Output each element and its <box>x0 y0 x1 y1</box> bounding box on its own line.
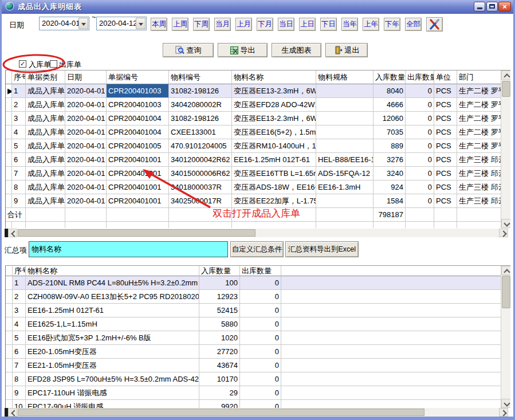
table-cell: 成品入库单 <box>26 167 65 180</box>
range-button[interactable]: 下月 <box>257 18 273 31</box>
scroll-up-icon[interactable] <box>501 266 510 275</box>
export-button[interactable]: 导出 <box>218 43 268 57</box>
table-cell: 9 <box>12 194 26 208</box>
summary-table-vertical-scrollbar[interactable] <box>501 266 510 408</box>
maximize-button[interactable] <box>486 2 498 11</box>
summary-table: 序号物料名称入库数量出库数量1ADS-210NL RM8 PC44 L=80uH… <box>5 265 510 408</box>
row-selector <box>6 167 12 180</box>
chevron-down-icon[interactable] <box>136 18 146 29</box>
summary-field-input[interactable] <box>29 241 228 257</box>
table-cell: 470.9101204005 <box>169 139 232 153</box>
scroll-left-icon[interactable] <box>8 408 17 417</box>
table-row[interactable]: 6EE20-1.05mH变压器277200 <box>6 345 501 359</box>
empty-cell <box>457 222 501 228</box>
range-button[interactable]: 上月 <box>235 18 252 31</box>
outbound-checkbox[interactable] <box>50 60 57 68</box>
scroll-down-icon[interactable] <box>501 399 510 408</box>
table-cell: 成品入库单 <box>26 180 65 194</box>
table-cell: 0 <box>240 331 281 345</box>
empty-cell <box>107 222 169 228</box>
table-cell: 变压器ADS-18W，EE16++ <box>232 180 316 194</box>
table-row[interactable]: 6成品入库单2020-04-01CPR20040100134012000042R… <box>6 153 501 167</box>
column-header <box>281 266 501 276</box>
scrollbar-thumb[interactable] <box>502 81 510 97</box>
table-cell: 4 <box>13 317 26 331</box>
scroll-left-icon[interactable] <box>8 229 17 237</box>
range-button[interactable]: 本周 <box>151 18 167 31</box>
date-to-combobox[interactable]: 2020-04-12 <box>96 17 147 30</box>
range-button[interactable]: 下周 <box>193 18 210 31</box>
inbound-checkbox[interactable]: ✓ <box>19 60 26 68</box>
table-cell: 889 <box>374 139 406 153</box>
table-cell: PCS <box>434 98 457 112</box>
range-button[interactable]: 当月 <box>214 18 231 31</box>
table-cell: HEL-B88/EE16-12 <box>316 153 374 167</box>
table-cell: 生产三楼 邱云 <box>457 153 501 167</box>
chevron-down-icon[interactable] <box>78 18 88 29</box>
range-button[interactable]: 当年 <box>341 18 358 31</box>
generate-chart-button[interactable]: 生成图表 <box>272 43 321 57</box>
table-cell: 12923 <box>199 290 240 304</box>
scroll-down-icon[interactable] <box>501 219 510 228</box>
exit-button-label: 退出 <box>345 45 360 56</box>
column-header: 物料规格 <box>316 70 374 84</box>
detail-table-horizontal-scrollbar[interactable] <box>5 229 508 237</box>
table-row[interactable]: 7成品入库单2020-04-01CPR20040100134015000006R… <box>6 167 501 180</box>
table-row[interactable]: 7EE21-1.05mH变压器436740 <box>6 359 501 372</box>
table-cell: 0 <box>406 112 434 125</box>
table-cell: 0 <box>240 290 281 304</box>
table-cell: 52415 <box>199 304 240 317</box>
table-row[interactable]: 9成品入库单2020-04-01CPR20040100134025000017R… <box>6 194 501 208</box>
query-button[interactable]: 查询 <box>163 43 214 57</box>
scroll-right-icon[interactable] <box>499 229 508 237</box>
table-cell: 成品入库单 <box>26 139 65 153</box>
summary-export-excel-button[interactable]: 汇总资料导出到Excel <box>285 241 359 257</box>
range-button[interactable]: 全部 <box>405 18 422 31</box>
date-label: 日期 <box>9 20 24 30</box>
table-row[interactable]: 9EPC17-110uH 谐振电感290 <box>6 386 501 400</box>
table-row[interactable]: 3成品入库单2020-04-01CPR20040100431082-198126… <box>6 112 501 125</box>
table-row[interactable]: 3EE16-1.25mH 012T-61524150 <box>6 304 501 317</box>
table-cell: 2020-04-01 <box>65 194 107 208</box>
exit-button[interactable]: 退出 <box>325 43 368 57</box>
table-row[interactable]: 5EE16卧式加宽5+3P 1.2mH+/-6% B版10200 <box>6 331 501 345</box>
row-selector <box>6 359 13 372</box>
table-cell: 0 <box>240 317 281 331</box>
table-row[interactable]: 4EE1625-1,L=1.15mH58800 <box>6 317 501 331</box>
close-button[interactable]: × <box>498 2 511 11</box>
scrollbar-thumb[interactable] <box>502 276 510 308</box>
table-cell: CXEE133001 <box>169 125 232 139</box>
table-row[interactable]: 8EFD28 JSP95 L=700uH±5% H=3.5±0.2mm ADS-… <box>6 372 501 386</box>
table-cell: 成品入库单 <box>26 84 65 98</box>
date-tools-button[interactable] <box>426 17 443 32</box>
range-button[interactable]: 当日 <box>278 18 294 31</box>
table-row[interactable]: 1ADS-210NL RM8 PC44 L=80uH±5% H=3.2±0.2m… <box>6 276 501 290</box>
row-selector <box>6 276 13 290</box>
table-cell: 5 <box>13 331 26 345</box>
table-row[interactable]: ▶1成品入库单2020-04-01CPR20040100331082-19812… <box>6 84 501 98</box>
table-cell: 生产二楼 罗平 <box>457 98 501 112</box>
table-row[interactable]: 5成品入库单2020-04-01CPR200401005470.91012040… <box>6 139 501 153</box>
custom-summary-button[interactable]: 自定义汇总条件 <box>230 241 284 257</box>
scroll-right-icon[interactable] <box>499 408 508 417</box>
summary-table-horizontal-scrollbar[interactable] <box>5 408 508 417</box>
table-row[interactable]: 2CZH008W-09V-A0 EE13加长5+2 PC95 RD2018020… <box>6 290 501 304</box>
detail-table-vertical-scrollbar[interactable] <box>501 70 510 228</box>
table-row[interactable]: 2成品入库单2020-04-01CPR20040100334042080002R… <box>6 98 501 112</box>
table-row[interactable]: 4成品入库单2020-04-01CPR200401004CXEE133001变压… <box>6 125 501 139</box>
range-button[interactable]: 下年 <box>384 18 400 31</box>
total-cell <box>316 208 374 222</box>
table-row[interactable]: 10EPC17-90uH 谐振电感99200 <box>6 400 501 408</box>
table-row[interactable]: 8成品入库单2020-04-01CPR20040100134018000037R… <box>6 180 501 194</box>
scroll-up-icon[interactable] <box>501 70 510 80</box>
table-cell: 34012000042R62 <box>169 153 232 167</box>
date-from-combobox[interactable]: 2020-04-01 <box>39 17 89 30</box>
range-button[interactable]: 上日 <box>299 18 316 31</box>
range-button[interactable]: 上周 <box>172 18 188 31</box>
table-cell: 生产二楼 罗平 <box>457 112 501 125</box>
range-button[interactable]: 下日 <box>320 18 337 31</box>
scrollbar-thumb[interactable] <box>18 229 255 237</box>
scrollbar-thumb[interactable] <box>18 409 424 416</box>
range-button[interactable]: 上年 <box>363 18 379 31</box>
minimize-button[interactable] <box>474 2 485 11</box>
